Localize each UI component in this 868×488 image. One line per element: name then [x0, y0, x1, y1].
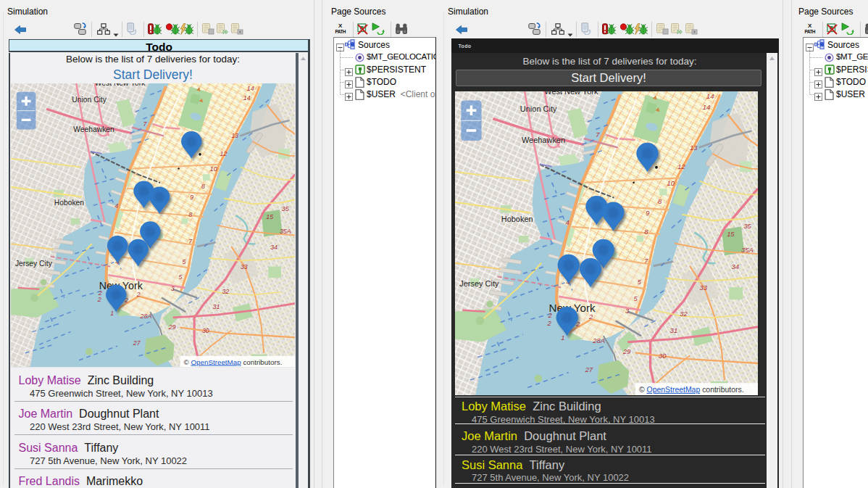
svg-text:PATH: PATH [335, 29, 346, 34]
svg-text:X: X [338, 22, 343, 29]
svg-text:PATH: PATH [805, 29, 816, 34]
svg-text:X: X [808, 22, 812, 29]
